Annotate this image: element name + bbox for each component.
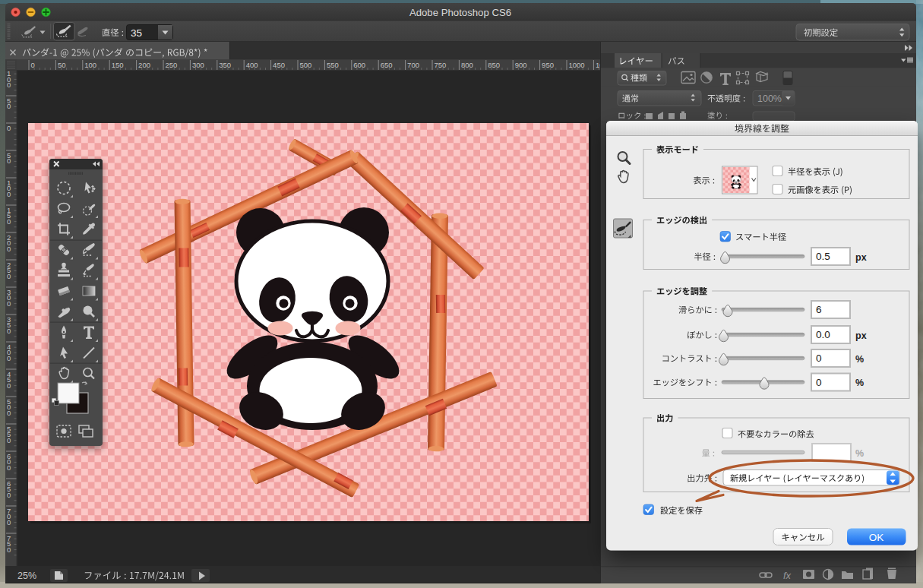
svg-text:0: 0: [7, 491, 11, 499]
svg-text:600: 600: [353, 61, 365, 69]
svg-text:100: 100: [84, 61, 96, 69]
svg-text:300: 300: [192, 61, 204, 69]
svg-text:35: 35: [131, 27, 142, 39]
svg-text:0: 0: [7, 124, 11, 132]
svg-text:400: 400: [246, 61, 258, 69]
svg-text:700: 700: [407, 61, 419, 69]
svg-text:Adobe Photoshop CS6: Adobe Photoshop CS6: [409, 7, 511, 18]
svg-text:0: 0: [7, 409, 11, 417]
svg-text:0: 0: [7, 545, 11, 554]
svg-text:6: 6: [816, 304, 822, 315]
svg-text:650: 650: [381, 61, 393, 69]
svg-text:250: 250: [166, 61, 178, 69]
svg-text:0: 0: [7, 102, 11, 110]
svg-text:25%: 25%: [17, 571, 36, 581]
svg-text:450: 450: [273, 61, 285, 69]
svg-text:0: 0: [7, 354, 11, 362]
svg-text:550: 550: [327, 61, 339, 69]
svg-text:0: 0: [7, 327, 11, 335]
svg-text:0: 0: [7, 272, 11, 280]
svg-text:%: %: [855, 378, 864, 388]
svg-text:900: 900: [515, 61, 527, 69]
svg-text:350: 350: [219, 61, 231, 69]
svg-text:1000: 1000: [569, 61, 585, 69]
svg-text:800: 800: [461, 61, 473, 69]
svg-text:950: 950: [542, 61, 554, 69]
svg-text:0: 0: [7, 381, 11, 390]
svg-text:0: 0: [7, 436, 11, 444]
svg-text:0: 0: [816, 377, 822, 388]
svg-text:750: 750: [435, 61, 447, 69]
svg-text:%: %: [855, 354, 864, 365]
svg-text:0: 0: [7, 299, 11, 308]
svg-text:0: 0: [816, 352, 822, 364]
svg-text:500: 500: [300, 61, 312, 69]
svg-text:OK: OK: [869, 532, 884, 543]
svg-text:0: 0: [7, 518, 11, 526]
svg-text:850: 850: [488, 61, 500, 69]
svg-text:200: 200: [138, 61, 150, 69]
svg-text:50: 50: [58, 61, 66, 69]
svg-text:0: 0: [7, 156, 11, 165]
svg-text:0: 0: [7, 217, 11, 226]
svg-text:150: 150: [112, 61, 124, 69]
svg-text:0.5: 0.5: [816, 251, 830, 262]
svg-text:0.0: 0.0: [816, 329, 830, 340]
svg-text:0: 0: [7, 245, 11, 253]
svg-text:px: px: [855, 252, 867, 263]
svg-text:0: 0: [7, 463, 11, 472]
svg-text:0: 0: [7, 190, 11, 198]
svg-text:px: px: [855, 330, 867, 341]
svg-text:0: 0: [7, 81, 11, 89]
svg-text:100%: 100%: [757, 93, 782, 104]
svg-text:fx: fx: [783, 570, 792, 581]
svg-text:%: %: [855, 448, 864, 459]
